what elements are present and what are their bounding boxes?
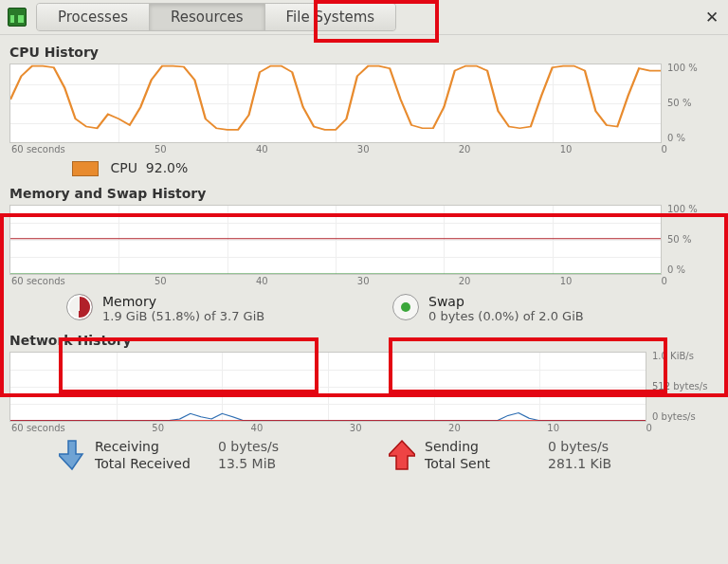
x-50: 50 [152,423,164,433]
x-30: 30 [350,423,362,433]
x-40: 40 [256,144,268,155]
swap-pie-icon[interactable] [392,294,419,320]
x-0: 0 [662,276,667,286]
x-10: 10 [560,276,573,286]
app-icon [8,8,27,27]
x-60: 60 seconds [11,423,65,433]
y-0: 0 % [667,265,719,275]
x-60: 60 seconds [11,276,65,286]
net-chart [9,352,646,422]
tab-processes[interactable]: Processes [37,4,150,30]
mem-yaxis: 100 % 50 % 0 % [662,205,719,275]
recv-rate: 0 bytes/s [218,439,279,455]
tab-bar: Processes Resources File Systems [36,3,396,31]
cpu-legend: CPU 92.0% [9,155,719,176]
net-yaxis: 1.0 KiB/s 512 bytes/s 0 bytes/s [646,352,719,422]
send-total: 281.1 KiB [548,456,611,472]
send-rate: 0 bytes/s [548,439,611,455]
x-20: 20 [448,423,461,433]
x-40: 40 [256,276,268,286]
cpu-history-title: CPU History [9,45,719,60]
x-10: 10 [547,423,559,433]
y-50: 50 % [667,99,719,108]
memory-label: Memory [102,294,264,309]
y-50: 50 % [667,235,719,245]
mem-xaxis: 60 seconds 50 40 30 20 10 0 [9,275,719,286]
y-100: 100 % [667,64,719,73]
cpu-yaxis: 100 % 50 % 0 % [662,64,719,143]
tab-resources[interactable]: Resources [150,4,265,30]
download-arrow-icon[interactable] [59,439,85,471]
x-20: 20 [459,276,471,286]
tab-filesystems[interactable]: File Systems [265,4,396,30]
y-1k: 1.0 KiB/s [652,352,719,361]
send-label: Sending [425,439,538,455]
cpu-xaxis: 60 seconds 50 40 30 20 10 0 [9,143,719,155]
net-xaxis: 60 seconds 50 40 30 20 10 0 [9,422,719,433]
x-50: 50 [155,144,167,155]
cpu-swatch[interactable] [72,161,99,176]
swap-value: 0 bytes (0.0%) of 2.0 GiB [428,309,584,323]
x-60: 60 seconds [11,144,65,155]
x-0: 0 [662,144,667,155]
cpu-value: 92.0% [146,160,188,175]
mem-history-title: Memory and Swap History [9,186,719,201]
x-50: 50 [155,276,167,286]
net-history-title: Network History [9,333,719,348]
x-30: 30 [357,144,370,155]
recv-label: Receiving [95,439,209,455]
memory-pie-icon[interactable] [66,294,93,320]
recv-total: 13.5 MiB [218,456,279,472]
y-0: 0 % [667,134,719,143]
close-icon[interactable]: ✕ [703,8,720,27]
y-100: 100 % [667,205,719,214]
y-512: 512 bytes/s [652,382,719,391]
x-10: 10 [560,144,573,155]
cpu-label: CPU [110,160,136,175]
swap-label: Swap [428,294,584,309]
cpu-chart [9,64,662,143]
x-20: 20 [459,144,471,155]
y-0: 0 bytes/s [652,412,719,422]
x-30: 30 [357,276,370,286]
x-40: 40 [251,423,264,433]
mem-chart [9,205,662,275]
memory-value: 1.9 GiB (51.8%) of 3.7 GiB [102,309,264,323]
upload-arrow-icon[interactable] [389,439,415,471]
recv-total-label: Total Received [95,456,209,472]
send-total-label: Total Sent [425,456,538,472]
x-0: 0 [646,423,652,433]
